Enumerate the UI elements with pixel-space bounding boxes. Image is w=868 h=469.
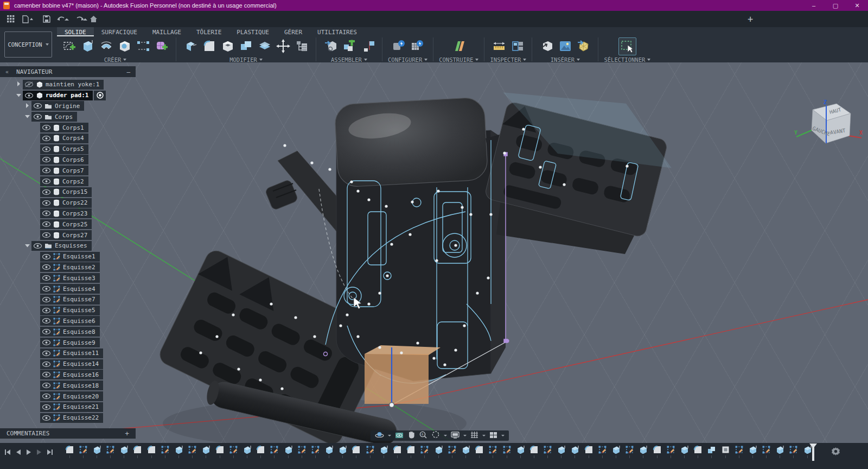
move-icon[interactable] bbox=[274, 37, 292, 55]
visibility-eye-icon[interactable] bbox=[42, 308, 50, 313]
play-button[interactable] bbox=[26, 447, 31, 458]
timeline-settings-gear-icon[interactable] bbox=[832, 447, 840, 458]
ribbon-tab-surfacique[interactable]: SURFACIQUE bbox=[94, 27, 145, 36]
offset-face-icon[interactable] bbox=[256, 37, 273, 55]
timeline-feature-sketch-29[interactable] bbox=[446, 445, 457, 458]
display-settings-icon[interactable] bbox=[451, 430, 459, 441]
timeline-feature-extrude-17[interactable] bbox=[283, 445, 293, 458]
timeline-feature-fillet-47[interactable] bbox=[693, 445, 704, 458]
workspace-selector[interactable]: CONCEPTION bbox=[4, 31, 52, 58]
chevron-right-icon[interactable] bbox=[23, 103, 31, 109]
combine-icon[interactable] bbox=[237, 37, 255, 55]
timeline-feature-extrude-28[interactable] bbox=[433, 445, 444, 458]
timeline-feature-extrude-11[interactable] bbox=[201, 445, 212, 458]
timeline-feature-extrude-43[interactable] bbox=[638, 445, 649, 458]
tree-item-origine[interactable]: Origine bbox=[23, 101, 136, 112]
fillet-icon[interactable] bbox=[200, 37, 218, 55]
chevron-down-icon[interactable] bbox=[23, 243, 31, 249]
file-menu-icon[interactable] bbox=[22, 13, 35, 25]
timeline-feature-fillet-12[interactable] bbox=[214, 445, 225, 458]
visibility-off-icon[interactable] bbox=[25, 81, 33, 87]
visibility-eye-icon[interactable] bbox=[42, 329, 50, 334]
group-label-construire[interactable]: CONSTRUIRE bbox=[439, 56, 478, 63]
visibility-eye-icon[interactable] bbox=[42, 168, 50, 173]
timeline-feature-sketch-27[interactable] bbox=[419, 445, 430, 458]
timeline-feature-extrude-46[interactable] bbox=[679, 445, 690, 458]
timeline-feature-sketch-42[interactable] bbox=[624, 445, 635, 458]
minimize-panel-icon[interactable]: – bbox=[126, 68, 130, 75]
timeline-feature-combine-48[interactable] bbox=[706, 445, 717, 458]
timeline-feature-sketch-36[interactable] bbox=[542, 445, 553, 458]
joint-icon[interactable] bbox=[359, 37, 376, 55]
comments-bar[interactable]: COMMENTAIRES + bbox=[0, 428, 136, 439]
tree-item-corps25[interactable]: Corps25 bbox=[31, 219, 136, 230]
visibility-eye-icon[interactable] bbox=[42, 125, 50, 130]
orbit-icon[interactable] bbox=[375, 430, 384, 441]
group-label-modifier[interactable]: MODIFIER bbox=[229, 56, 263, 63]
insert-mesh-icon[interactable] bbox=[575, 37, 592, 55]
group-label-configurer[interactable]: CONFIGURER bbox=[388, 56, 427, 63]
timeline-feature-sketch-10[interactable] bbox=[187, 445, 198, 458]
save-icon[interactable] bbox=[40, 13, 53, 25]
minimize-button[interactable]: – bbox=[803, 0, 825, 11]
configuration-table-icon[interactable] bbox=[408, 37, 426, 55]
navigator-header[interactable]: « NAVIGATEUR – bbox=[0, 66, 136, 77]
visibility-eye-icon[interactable] bbox=[42, 383, 50, 388]
timeline-feature-sketch-52[interactable] bbox=[761, 445, 772, 458]
timeline-feature-extrude-9[interactable] bbox=[174, 445, 184, 458]
ribbon-tab-plastique[interactable]: PLASTIQUE bbox=[229, 27, 277, 36]
ribbon-tab-tôlerie[interactable]: TÔLERIE bbox=[189, 27, 229, 36]
tree-item-corps[interactable]: Corps bbox=[23, 111, 136, 122]
extrude-icon[interactable] bbox=[79, 37, 97, 55]
section-analysis-icon[interactable] bbox=[508, 37, 526, 55]
create-sketch-icon[interactable] bbox=[60, 37, 78, 55]
display-menu-caret[interactable] bbox=[463, 435, 467, 436]
chevron-down-icon[interactable] bbox=[23, 114, 31, 119]
timeline-feature-fillet-6[interactable] bbox=[132, 445, 143, 458]
visibility-eye-icon[interactable] bbox=[42, 221, 50, 227]
tree-item-corps6[interactable]: Corps6 bbox=[31, 155, 136, 166]
visibility-eye-icon[interactable] bbox=[42, 200, 50, 206]
tree-item-maintien-yoke-1[interactable]: maintien yoke:1 bbox=[14, 79, 136, 90]
timeline-feature-fillet-35[interactable] bbox=[528, 445, 539, 458]
close-button[interactable]: ✕ bbox=[846, 0, 868, 11]
tree-item-esquisse16[interactable]: Esquisse16 bbox=[31, 370, 136, 381]
timeline-feature-sketch-50[interactable] bbox=[733, 445, 744, 458]
viewports-icon[interactable] bbox=[489, 430, 497, 441]
timeline-feature-sketch-4[interactable] bbox=[105, 445, 116, 458]
visibility-eye-icon[interactable] bbox=[42, 232, 50, 238]
tree-item-esquisse6[interactable]: Esquisse6 bbox=[31, 316, 136, 327]
visibility-eye-icon[interactable] bbox=[42, 136, 50, 141]
ribbon-tab-maillage[interactable]: MAILLAGE bbox=[145, 27, 189, 36]
grid-menu-caret[interactable] bbox=[482, 435, 486, 436]
group-label-inspecter[interactable]: INSPECTER bbox=[490, 56, 526, 63]
timeline-feature-sketch-16[interactable] bbox=[269, 445, 280, 458]
activate-component-radio[interactable] bbox=[94, 91, 106, 100]
timeline-feature-extrude-21[interactable] bbox=[337, 445, 348, 458]
timeline-feature-sketch-2[interactable] bbox=[78, 445, 88, 458]
timeline-feature-sketch-18[interactable] bbox=[296, 445, 307, 458]
step-back-button[interactable] bbox=[16, 447, 21, 458]
tree-item-esquisse14[interactable]: Esquisse14 bbox=[31, 359, 136, 370]
visibility-eye-icon[interactable] bbox=[34, 243, 42, 249]
visibility-eye-icon[interactable] bbox=[42, 351, 50, 356]
go-to-start-button[interactable] bbox=[4, 447, 11, 458]
tree-item-esquisse5[interactable]: Esquisse5 bbox=[31, 305, 136, 316]
fit-icon[interactable] bbox=[431, 430, 440, 441]
tree-item-esquisse20[interactable]: Esquisse20 bbox=[31, 391, 136, 402]
timeline-feature-sketch-45[interactable] bbox=[665, 445, 676, 458]
timeline-feature-extrude-51[interactable] bbox=[747, 445, 758, 458]
tree-item-esquisse2[interactable]: Esquisse2 bbox=[31, 262, 136, 273]
timeline-feature-fillet-7[interactable] bbox=[146, 445, 157, 458]
timeline-feature-fillet-15[interactable] bbox=[256, 445, 266, 458]
visibility-eye-icon[interactable] bbox=[42, 179, 50, 184]
grid-settings-icon[interactable] bbox=[470, 430, 478, 441]
visibility-eye-icon[interactable] bbox=[42, 362, 50, 367]
orbit-menu-caret[interactable] bbox=[388, 435, 391, 436]
viewports-menu-caret[interactable] bbox=[501, 435, 505, 436]
visibility-eye-icon[interactable] bbox=[42, 318, 50, 324]
visibility-eye-icon[interactable] bbox=[42, 415, 50, 421]
tree-item-esquisse8[interactable]: Esquisse8 bbox=[31, 326, 136, 337]
visibility-eye-icon[interactable] bbox=[42, 254, 50, 259]
pan-icon[interactable] bbox=[407, 430, 415, 441]
